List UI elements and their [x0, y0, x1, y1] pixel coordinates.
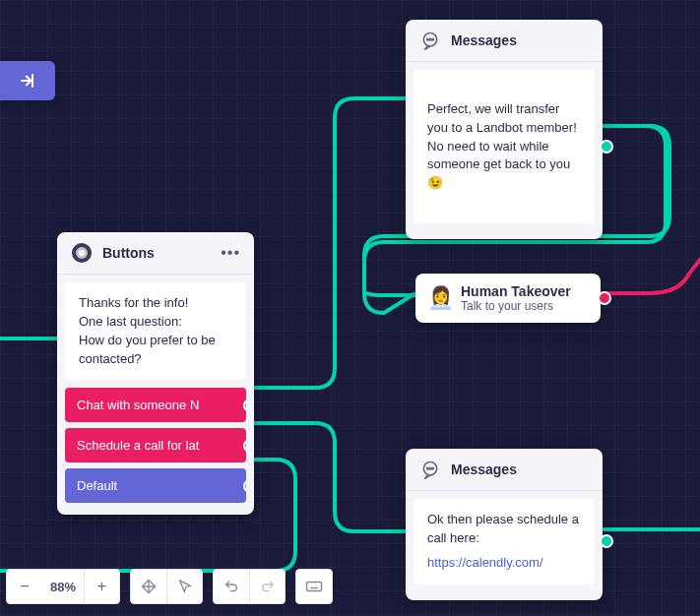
node-messages-bottom[interactable]: Messages Ok then please schedule a call … — [406, 449, 603, 600]
cursor-group — [130, 569, 203, 604]
output-port[interactable] — [243, 399, 246, 412]
output-port[interactable] — [243, 479, 246, 493]
output-port[interactable] — [600, 534, 613, 548]
output-port[interactable] — [598, 291, 611, 305]
option-schedule[interactable]: Schedule a call for lat — [65, 428, 246, 462]
output-port[interactable] — [243, 439, 246, 453]
svg-point-1 — [427, 38, 429, 40]
undo-icon — [223, 579, 239, 594]
node-body-text: Perfect, we will transfer you to a Landb… — [414, 70, 595, 223]
svg-point-5 — [427, 467, 429, 469]
redo-button[interactable] — [249, 569, 285, 604]
select-tool-button[interactable] — [166, 569, 202, 604]
redo-icon — [260, 579, 276, 594]
option-label: Default — [77, 478, 117, 493]
calendly-link[interactable]: https://calendly.com/ — [427, 554, 581, 573]
node-subtitle: Talk to your users — [461, 299, 571, 313]
node-buttons[interactable]: Buttons ••• Thanks for the info! One las… — [57, 232, 254, 515]
node-human-takeover[interactable]: 👩‍💼 Human Takeover Talk to your users — [415, 274, 601, 323]
node-title: Human Takeover — [461, 283, 571, 299]
node-header: Messages — [406, 449, 603, 491]
node-title: Messages — [451, 462, 589, 477]
chat-icon — [419, 30, 441, 51]
pan-tool-button[interactable] — [131, 569, 166, 604]
svg-point-7 — [432, 467, 434, 469]
move-icon — [141, 579, 157, 594]
radio-icon — [71, 242, 93, 264]
svg-point-6 — [429, 467, 431, 469]
zoom-group: − 88% + — [6, 569, 120, 604]
option-label: Chat with someone N — [77, 398, 199, 412]
option-label: Schedule a call for lat — [77, 438, 199, 453]
node-menu-button[interactable]: ••• — [221, 244, 240, 262]
option-chat[interactable]: Chat with someone N — [65, 388, 246, 422]
zoom-out-button[interactable]: − — [7, 569, 42, 604]
node-body-text: Ok then please schedule a call here: htt… — [414, 499, 595, 585]
collapse-sidebar-button[interactable] — [0, 61, 55, 100]
node-title: Buttons — [102, 245, 211, 261]
option-default[interactable]: Default — [65, 468, 246, 503]
keyboard-icon — [305, 578, 323, 595]
node-header: Buttons ••• — [57, 232, 254, 275]
node-header: Messages — [406, 20, 603, 62]
keyboard-button[interactable] — [296, 569, 332, 604]
history-group — [213, 569, 286, 604]
canvas-toolbar: − 88% + — [6, 569, 333, 604]
node-title: Messages — [451, 32, 589, 48]
collapse-icon — [18, 71, 37, 91]
keyboard-group — [295, 569, 333, 604]
cursor-icon — [177, 579, 193, 594]
person-icon: 👩‍💼 — [429, 287, 451, 309]
node-messages-top[interactable]: Messages Perfect, we will transfer you t… — [406, 20, 603, 239]
output-port[interactable] — [600, 140, 613, 154]
zoom-in-button[interactable]: + — [84, 569, 119, 604]
node-body-text: Thanks for the info! One last question: … — [65, 282, 246, 380]
chat-icon — [419, 459, 441, 480]
undo-button[interactable] — [214, 569, 249, 604]
svg-point-2 — [429, 38, 431, 40]
zoom-level: 88% — [42, 580, 84, 594]
svg-rect-8 — [307, 583, 322, 591]
svg-point-3 — [432, 38, 434, 40]
